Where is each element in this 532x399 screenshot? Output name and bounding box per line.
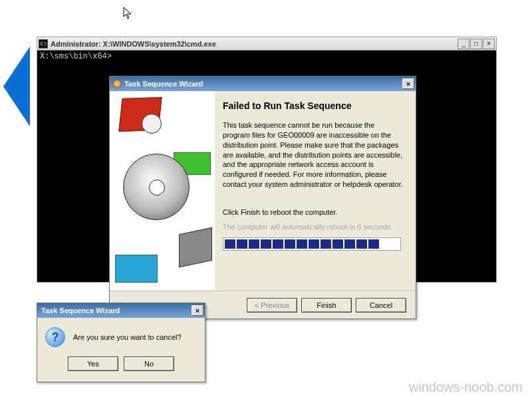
progress-bar [223,237,401,251]
confirm-titlebar[interactable]: Task Sequence Wizard × [37,303,205,318]
wizard-titlebar[interactable]: Task Sequence Wizard × [110,76,416,91]
wizard-body-text: This task sequence cannot be run because… [223,120,404,190]
confirm-dialog: Task Sequence Wizard × ? Are you sure yo… [37,303,205,382]
wizard-icon [112,79,122,88]
graphic-small-disc [142,114,162,134]
minimize-button[interactable]: _ [458,39,469,49]
graphic-blue-block [115,255,158,283]
confirm-close-button[interactable]: × [192,305,203,316]
wizard-countdown: The computer will automatically reboot i… [223,223,404,231]
close-button[interactable]: × [483,39,495,49]
disc-icon [123,154,190,220]
cmd-title: Administrator: X:\WINDOWS\system32\cmd.e… [51,40,458,48]
cmd-titlebar[interactable]: C:\ Administrator: X:\WINDOWS\system32\c… [37,37,496,51]
confirm-title: Task Sequence Wizard [41,307,192,315]
wizard-graphic-panel [110,91,215,291]
yes-button[interactable]: Yes [68,356,118,371]
maximize-button[interactable]: □ [470,39,482,49]
wizard-title: Task Sequence Wizard [124,80,402,88]
cmd-body[interactable]: X:\sms\bin\x64> [37,51,496,63]
wizard-close-button[interactable]: × [402,78,414,89]
no-button[interactable]: No [124,356,174,371]
confirm-message: Are you sure you want to cancel? [73,333,182,341]
wizard-heading: Failed to Run Task Sequence [223,100,404,111]
cmd-icon: C:\ [39,39,48,49]
mouse-cursor [123,7,132,20]
finish-button[interactable]: Finish [301,298,352,313]
svg-point-1 [116,82,118,85]
question-icon: ? [45,327,65,347]
cmd-prompt: X:\sms\bin\x64> [40,52,112,61]
watermark: windows-noob.com [409,380,523,395]
graphic-box [179,227,212,268]
bg-decorative-arrow [3,47,30,126]
wizard-content: Failed to Run Task Sequence This task se… [215,91,416,291]
previous-button: < Previous [247,298,297,313]
cancel-button[interactable]: Cancel [356,298,406,313]
task-sequence-wizard: Task Sequence Wizard × Failed to Run Tas… [109,76,416,319]
wizard-finish-text: Click Finish to reboot the computer. [223,208,404,216]
